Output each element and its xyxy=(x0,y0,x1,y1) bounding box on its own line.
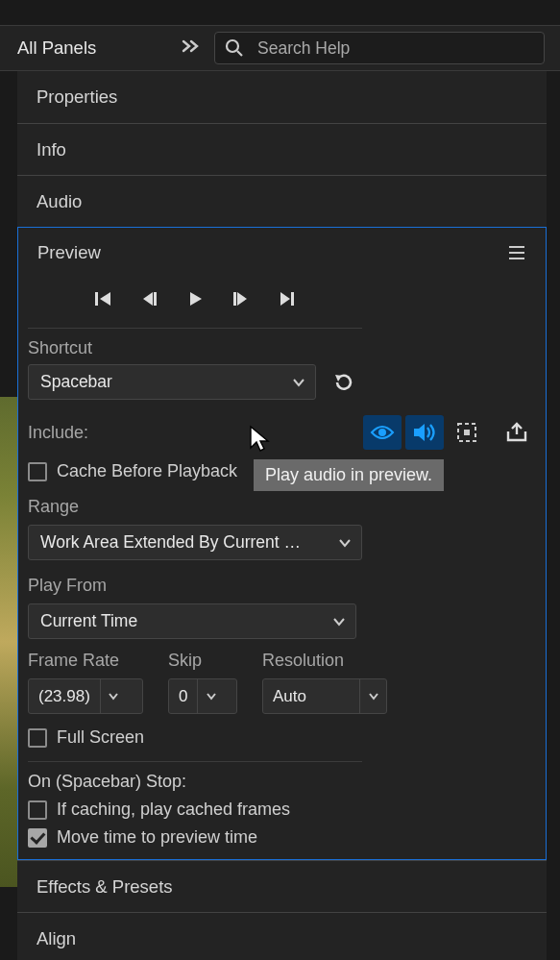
shortcut-select[interactable]: Spacebar xyxy=(28,364,316,400)
movetime-label: Move time to preview time xyxy=(57,827,257,848)
next-frame-button[interactable] xyxy=(227,284,256,313)
ifcaching-checkbox[interactable] xyxy=(28,800,47,820)
last-frame-button[interactable] xyxy=(273,284,302,313)
range-select[interactable]: Work Area Extended By Current … xyxy=(28,525,362,560)
chevron-down-icon xyxy=(292,376,305,389)
svg-point-12 xyxy=(378,429,386,436)
chevron-down-icon xyxy=(332,615,346,628)
panel-align[interactable]: Align xyxy=(17,912,547,960)
resolution-select[interactable]: Auto xyxy=(262,678,387,714)
resolution-label: Resolution xyxy=(262,651,387,671)
framerate-label: Frame Rate xyxy=(28,651,143,671)
skip-label: Skip xyxy=(168,651,237,671)
svg-rect-2 xyxy=(95,292,98,306)
svg-marker-9 xyxy=(280,292,290,306)
shortcut-label: Shortcut xyxy=(28,338,536,358)
search-input[interactable] xyxy=(257,38,534,59)
overlay-icon xyxy=(455,421,478,444)
panel-info[interactable]: Info xyxy=(17,123,547,175)
include-overlays-toggle[interactable] xyxy=(448,415,486,450)
expand-panels-icon[interactable] xyxy=(182,38,201,58)
svg-marker-3 xyxy=(100,292,110,306)
svg-marker-4 xyxy=(143,292,153,306)
include-video-toggle[interactable] xyxy=(363,415,402,450)
svg-rect-5 xyxy=(154,292,157,306)
panel-properties[interactable]: Properties xyxy=(17,71,547,123)
workspace-selector[interactable]: All Panels xyxy=(0,37,113,59)
playfrom-select[interactable]: Current Time xyxy=(28,603,356,639)
svg-marker-13 xyxy=(414,424,425,441)
first-frame-button[interactable] xyxy=(88,284,117,313)
panel-audio[interactable]: Audio xyxy=(17,175,547,227)
chevron-down-icon xyxy=(206,691,217,702)
play-button[interactable] xyxy=(181,284,209,313)
onstop-label: On (Spacebar) Stop: xyxy=(28,772,536,792)
chevron-down-icon xyxy=(338,536,352,550)
eye-icon xyxy=(370,423,395,442)
svg-marker-8 xyxy=(237,292,247,306)
movetime-checkbox[interactable] xyxy=(28,828,47,848)
svg-marker-11 xyxy=(335,375,342,382)
svg-marker-6 xyxy=(190,292,202,306)
range-value: Work Area Extended By Current … xyxy=(40,532,301,553)
speaker-icon xyxy=(412,422,437,443)
chevron-down-icon xyxy=(108,691,119,702)
svg-rect-15 xyxy=(464,430,470,435)
cache-before-playback-label: Cache Before Playback xyxy=(57,461,237,481)
panel-preview: Preview Shortcut Spacebar Include: xyxy=(17,227,547,860)
playfrom-label: Play From xyxy=(28,576,536,596)
fullscreen-checkbox[interactable] xyxy=(28,728,47,748)
composition-thumbnail-edge xyxy=(0,397,17,887)
svg-rect-7 xyxy=(233,292,236,306)
svg-rect-10 xyxy=(291,292,294,306)
prev-frame-button[interactable] xyxy=(134,284,163,313)
shortcut-value: Spacebar xyxy=(40,372,112,392)
include-label: Include: xyxy=(28,423,88,443)
panel-effects-presets[interactable]: Effects & Presets xyxy=(17,860,547,912)
playfrom-value: Current Time xyxy=(40,611,137,631)
framerate-value: (23.98) xyxy=(29,687,100,706)
resolution-value: Auto xyxy=(263,687,359,706)
framerate-select[interactable]: (23.98) xyxy=(28,678,143,714)
preview-title: Preview xyxy=(37,242,101,263)
ifcaching-label: If caching, play cached frames xyxy=(57,800,290,820)
search-icon xyxy=(225,38,244,58)
search-help-field[interactable] xyxy=(214,32,545,64)
share-icon xyxy=(505,422,528,443)
range-label: Range xyxy=(28,497,536,517)
tooltip: Play audio in preview. xyxy=(254,459,444,491)
panel-menu-icon[interactable] xyxy=(505,242,528,263)
reset-shortcut-button[interactable] xyxy=(328,366,360,399)
fullscreen-label: Full Screen xyxy=(57,727,144,748)
chevron-down-icon xyxy=(368,691,379,702)
include-audio-toggle[interactable] xyxy=(405,415,444,450)
svg-line-1 xyxy=(237,51,242,56)
cache-before-playback-checkbox[interactable] xyxy=(28,462,47,481)
share-preview-button[interactable] xyxy=(498,415,536,450)
skip-select[interactable]: 0 xyxy=(168,678,237,714)
svg-point-0 xyxy=(227,40,238,52)
skip-value: 0 xyxy=(169,687,197,706)
